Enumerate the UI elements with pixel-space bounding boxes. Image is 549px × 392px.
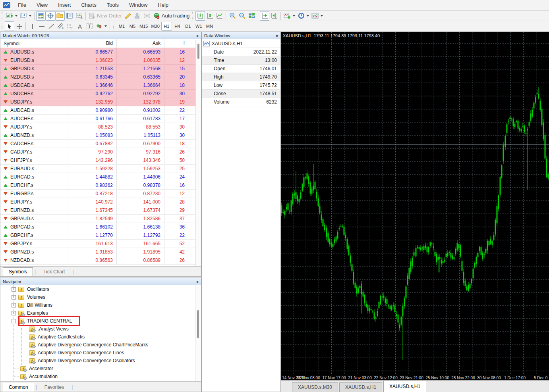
templates-dropdown-caret[interactable]	[321, 15, 323, 17]
navigator-item-adaptive-divergence-convergence-lines[interactable]: fAdaptive Divergence Convergence Lines	[0, 349, 201, 357]
close-icon[interactable]: x	[196, 280, 199, 284]
tab-tick-chart[interactable]: Tick Chart	[37, 267, 71, 276]
market-watch-row-NZDUSD.s[interactable]: NZDUSD.s0.633450.6336520	[0, 73, 201, 81]
market-watch-row-USDCHF.s[interactable]: USDCHF.s0.927620.9279230	[0, 90, 201, 98]
shapes-button[interactable]	[94, 21, 104, 31]
market-watch-row-AUDJPY.s[interactable]: AUDJPY.s88.52388.55330	[0, 123, 201, 131]
navigator-item-adaptive-candlesticks[interactable]: fAdaptive Candlesticks	[0, 333, 201, 341]
templates-button[interactable]	[310, 11, 320, 21]
vertical-line-button[interactable]	[27, 21, 37, 31]
chart-tab-1-xauusd-s-h1[interactable]: XAUUSD.s,H1	[339, 382, 382, 392]
navigator-item-accumulation[interactable]: fAccumulation	[0, 373, 201, 380]
column-header-bid[interactable]: Bid	[68, 39, 117, 48]
collapse-minus-icon[interactable]: -	[12, 319, 16, 323]
chart-candles-button[interactable]	[205, 11, 215, 21]
menu-item-charts[interactable]: Charts	[76, 0, 101, 10]
market-watch-row-USDJPY.s[interactable]: USDJPY.s132.959132.97819	[0, 98, 201, 106]
market-watch-row-GBPUSD.s[interactable]: GBPUSD.s1.215531.2156815	[0, 65, 201, 73]
market-watch-toggle[interactable]	[36, 11, 46, 21]
text-label-button[interactable]: T	[85, 21, 94, 31]
tab-favorites[interactable]: Favorites	[39, 383, 70, 392]
column-header-ask[interactable]: Ask	[117, 39, 164, 48]
community-button[interactable]	[133, 11, 142, 21]
market-watch-row-EURUSD.s[interactable]: EURUSD.s1.060231.0603512	[0, 56, 201, 65]
column-header-symbol[interactable]: Symbol	[0, 39, 68, 48]
expand-plus-icon[interactable]: +	[12, 303, 16, 307]
scrollbar-thumb[interactable]	[197, 44, 199, 59]
market-watch-row-CADCHF.s[interactable]: CADCHF.s0.678820.6790018	[0, 140, 201, 148]
indicators-button[interactable]	[282, 11, 292, 21]
tab-symbols[interactable]: Symbols	[3, 267, 33, 276]
zoom-in-button[interactable]	[228, 11, 237, 21]
fibonacci-button[interactable]: F	[66, 21, 75, 31]
market-watch-row-EURCAD.s[interactable]: EURCAD.s1.448821.4490624	[0, 173, 201, 181]
market-watch-row-EURCHF.s[interactable]: EURCHF.s0.983620.9837816	[0, 181, 201, 190]
toolbar-grip[interactable]	[1, 23, 4, 30]
market-watch-row-AUDNZD.s[interactable]: AUDNZD.s1.050831.0511330	[0, 131, 201, 140]
horizontal-line-button[interactable]	[37, 21, 46, 31]
market-watch-scrollbar[interactable]	[195, 40, 201, 267]
chart-shift-button[interactable]	[269, 11, 279, 21]
market-watch-row-CADJPY.s[interactable]: CADJPY.s97.29097.31626	[0, 148, 201, 156]
timeframe-D1[interactable]: D1	[183, 22, 193, 31]
menu-item-tools[interactable]: Tools	[102, 0, 124, 10]
market-watch-row-AUDUSD.s[interactable]: AUDUSD.s0.665770.6659316	[0, 48, 201, 56]
chart-bars-button[interactable]	[195, 11, 205, 21]
timeframe-M5[interactable]: M5	[127, 22, 138, 31]
navigator-item-volumes[interactable]: +fVolumes	[0, 293, 201, 301]
equidistant-channel-button[interactable]: E	[56, 21, 66, 31]
tile-windows-button[interactable]	[247, 11, 256, 21]
timeframe-M15[interactable]: M15	[138, 22, 149, 31]
text-button[interactable]: A	[75, 21, 85, 31]
timeframe-MN[interactable]: MN	[204, 22, 215, 31]
autotrading-button[interactable]: AutoTrading	[152, 11, 191, 21]
market-watch-row-EURAUD.s[interactable]: EURAUD.s1.592281.5925325	[0, 165, 201, 173]
market-watch-row-EURGBP.s[interactable]: EURGBP.s0.872180.8723012	[0, 190, 201, 198]
menu-item-help[interactable]: Help	[153, 0, 174, 10]
market-watch-row-AUDCHF.s[interactable]: AUDCHF.s0.617660.6178317	[0, 115, 201, 123]
expand-plus-icon[interactable]: +	[12, 287, 16, 292]
toolbar-grip[interactable]	[112, 23, 115, 30]
navigator-item--analyst-views[interactable]: f.Analyst Views	[0, 325, 201, 333]
chart-tab-0-xauusd-s-m30[interactable]: XAUUSD.s,M30	[292, 382, 338, 392]
market-watch-row-NZDCAD.s[interactable]: NZDCAD.s0.865630.8658926	[0, 256, 201, 265]
new-order-button[interactable]: New Order	[87, 11, 123, 21]
zoom-out-button[interactable]	[237, 11, 247, 21]
navigator-toggle[interactable]	[55, 11, 65, 21]
navigator-item-bill-williams[interactable]: +fBill Williams	[0, 301, 201, 309]
trendline-button[interactable]	[46, 21, 56, 31]
market-watch-row-GBPAUD.s[interactable]: GBPAUD.s1.825491.8258637	[0, 215, 201, 223]
navigator-scrollbar[interactable]	[195, 286, 201, 382]
crosshair-button[interactable]	[14, 21, 24, 31]
navigator-item-accelerator[interactable]: fAccelerator	[0, 365, 201, 373]
timeframe-H4[interactable]: H4	[172, 22, 183, 31]
tab-common[interactable]: Common	[3, 383, 34, 392]
timeframe-W1[interactable]: W1	[193, 22, 204, 31]
new-chart-dropdown-caret[interactable]	[15, 15, 17, 17]
expand-plus-icon[interactable]: +	[12, 311, 16, 315]
market-watch-row-EURNZD.s[interactable]: EURNZD.s1.673451.6737429	[0, 206, 201, 215]
terminal-toggle[interactable]	[65, 11, 74, 21]
market-watch-row-AUDCAD.s[interactable]: AUDCAD.s0.909800.9100222	[0, 106, 201, 115]
market-watch-row-CHFJPY.s[interactable]: CHFJPY.s143.296143.34650	[0, 156, 201, 165]
market-watch-row-GBPCAD.s[interactable]: GBPCAD.s1.661021.6613836	[0, 223, 201, 231]
menu-item-file[interactable]: File	[13, 0, 31, 10]
timeframe-H1[interactable]: H1	[161, 22, 172, 31]
toolbar-grip[interactable]	[1, 12, 4, 19]
profiles-button[interactable]	[19, 11, 28, 21]
profiles-dropdown-caret[interactable]	[29, 15, 31, 17]
candlestick-chart[interactable]	[281, 32, 549, 375]
market-watch-row-GBPCHF.s[interactable]: GBPCHF.s1.127701.1279222	[0, 231, 201, 240]
scrollbar-thumb[interactable]	[197, 310, 199, 338]
close-icon[interactable]: x	[196, 34, 199, 38]
timeframe-M30[interactable]: M30	[149, 22, 161, 31]
toolbar-grip[interactable]	[191, 12, 194, 19]
new-chart-button[interactable]	[5, 11, 14, 21]
data-window-toggle[interactable]	[46, 11, 55, 21]
shapes-dropdown-caret[interactable]	[104, 25, 107, 27]
navigator-item-oscillators[interactable]: +fOscillators	[0, 285, 201, 293]
periods-dropdown-caret[interactable]	[307, 15, 309, 17]
market-watch-row-USDCAD.s[interactable]: USDCAD.s1.366461.3666418	[0, 81, 201, 90]
menu-item-view[interactable]: View	[31, 0, 53, 10]
periods-button[interactable]	[296, 11, 306, 21]
